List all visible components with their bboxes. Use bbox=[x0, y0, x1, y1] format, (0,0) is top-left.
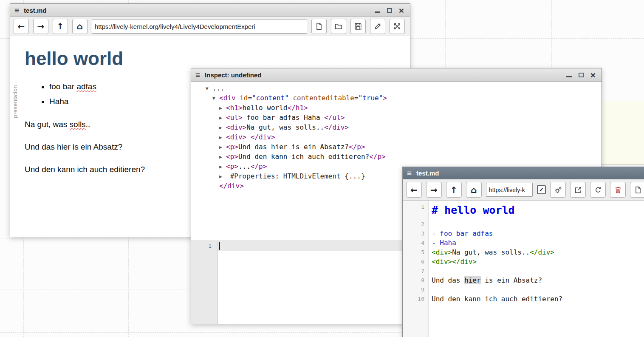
url-input[interactable] bbox=[92, 20, 307, 34]
navigation-toolbar: ← → ↑ ⌂ ✓ bbox=[403, 179, 644, 201]
tree-row[interactable]: ▼<div id="content" contenteditable="true… bbox=[191, 93, 602, 103]
edit-button[interactable] bbox=[370, 19, 385, 34]
text-segment: </div> bbox=[324, 123, 349, 131]
url-input[interactable] bbox=[486, 183, 533, 197]
tree-row[interactable]: ▶<div> </div> bbox=[191, 133, 602, 142]
auto-update-checkbox[interactable]: ✓ bbox=[537, 185, 546, 194]
open-external-button[interactable] bbox=[570, 182, 586, 198]
editor-line[interactable]: 2 bbox=[403, 220, 644, 229]
editor-line[interactable]: 1# hello world bbox=[403, 202, 644, 220]
maximize-icon[interactable] bbox=[579, 73, 584, 77]
document-icon bbox=[634, 186, 642, 194]
titlebar[interactable]: ≡ Inspect: undefined × bbox=[191, 68, 602, 82]
editor-line[interactable]: 8Und das hier is ein Absatz? bbox=[403, 276, 644, 285]
line-number: 2 bbox=[403, 220, 428, 229]
text-cursor bbox=[219, 242, 220, 250]
pencil-icon bbox=[374, 23, 381, 30]
tree-row[interactable]: ▶<div>Na gut, was solls..</div> bbox=[191, 123, 602, 133]
text-segment: - foo bar adfas bbox=[432, 229, 493, 238]
tree-expanded-icon[interactable]: ▼ bbox=[206, 84, 212, 93]
text-segment: Haha bbox=[49, 97, 68, 106]
settings-button[interactable] bbox=[550, 182, 566, 198]
line-number: 4 bbox=[403, 238, 428, 248]
tree-row[interactable]: ▼... bbox=[191, 84, 602, 93]
text-segment: = bbox=[248, 94, 252, 102]
tree-row[interactable]: ▶<h1>hello world</h1> bbox=[191, 103, 602, 113]
trash-icon bbox=[614, 186, 622, 194]
text-segment: "true" bbox=[359, 94, 383, 102]
line-number: 10 bbox=[403, 295, 428, 304]
presentation-label: presentation bbox=[12, 85, 18, 118]
document-icon bbox=[315, 23, 323, 30]
close-icon[interactable]: × bbox=[590, 71, 596, 79]
new-file-button[interactable] bbox=[630, 182, 644, 198]
expand-icon bbox=[393, 23, 401, 30]
tree-row[interactable]: ▶<ul> foo bar adfas Haha </ul> bbox=[191, 113, 602, 123]
expand-button[interactable] bbox=[390, 19, 405, 34]
editor-line[interactable]: 6<div></div> bbox=[403, 257, 644, 266]
text-segment: <div> bbox=[226, 133, 246, 141]
save-button[interactable] bbox=[350, 19, 366, 34]
text-segment: </p> bbox=[369, 153, 386, 161]
back-button[interactable]: ← bbox=[406, 182, 422, 198]
open-folder-button[interactable] bbox=[331, 19, 346, 34]
text-segment: contenteditable bbox=[289, 94, 354, 102]
text-segment: </div> bbox=[251, 133, 275, 141]
delete-button[interactable] bbox=[610, 182, 626, 198]
home-button[interactable]: ⌂ bbox=[466, 182, 482, 198]
editor-line[interactable]: 5<div>Na gut, was solls..</div> bbox=[403, 248, 644, 257]
background-panel-fragment bbox=[601, 101, 644, 164]
forward-button[interactable]: → bbox=[426, 182, 442, 198]
tree-collapsed-icon[interactable]: ▶ bbox=[219, 123, 226, 133]
text-segment: Na gut, was bbox=[25, 120, 70, 129]
up-button[interactable]: ↑ bbox=[446, 182, 462, 198]
forward-button[interactable]: → bbox=[33, 19, 48, 34]
text-segment bbox=[246, 133, 251, 141]
tree-collapsed-icon[interactable]: ▶ bbox=[219, 172, 226, 181]
text-segment: <ul> bbox=[226, 113, 243, 122]
tree-row[interactable]: ▶<p>Und das hier is ein Absatz?</p> bbox=[191, 142, 602, 152]
minimize-icon[interactable] bbox=[566, 76, 572, 77]
back-button[interactable]: ← bbox=[14, 19, 29, 34]
tree-collapsed-icon[interactable]: ▶ bbox=[219, 113, 226, 123]
titlebar[interactable]: ≡ test.md bbox=[403, 167, 644, 179]
text-segment: <div> bbox=[432, 248, 452, 256]
code-line-content: Und den kann ich auch editieren? bbox=[428, 295, 562, 304]
tree-collapsed-icon[interactable]: ▶ bbox=[219, 104, 226, 113]
window-title: test.md bbox=[416, 170, 439, 177]
editor-line[interactable]: 9 bbox=[403, 285, 644, 295]
text-segment: adfas bbox=[76, 82, 96, 91]
tree-collapsed-icon[interactable]: ▶ bbox=[219, 153, 226, 162]
code-editor[interactable]: 1# hello world23- foo bar adfas4- Haha5<… bbox=[403, 201, 644, 337]
titlebar[interactable]: ≡ test.md × bbox=[10, 4, 410, 17]
line-number: 1 bbox=[403, 202, 428, 212]
check-icon: ✓ bbox=[539, 187, 544, 193]
tree-collapsed-icon[interactable]: ▶ bbox=[219, 133, 226, 142]
navigation-toolbar: ← → ↑ ⌂ bbox=[10, 17, 410, 36]
new-file-button[interactable] bbox=[311, 19, 327, 34]
code-line-content: - Haha bbox=[428, 238, 456, 248]
menu-icon[interactable]: ≡ bbox=[195, 71, 200, 79]
text-segment: Na gut, was solls.. bbox=[246, 123, 324, 131]
refresh-button[interactable] bbox=[590, 182, 606, 198]
refresh-icon bbox=[594, 186, 602, 194]
editor-line[interactable]: 4- Haha bbox=[403, 238, 644, 248]
text-segment: id bbox=[236, 94, 248, 102]
tree-expanded-icon[interactable]: ▼ bbox=[212, 94, 219, 103]
minimize-icon[interactable] bbox=[375, 11, 380, 13]
editor-line[interactable]: 10Und den kann ich auch editieren? bbox=[403, 295, 644, 304]
maximize-icon[interactable] bbox=[387, 8, 392, 13]
menu-icon[interactable]: ≡ bbox=[407, 169, 412, 177]
editor-gutter bbox=[191, 241, 218, 324]
home-button[interactable]: ⌂ bbox=[72, 19, 88, 34]
markdown-heading[interactable]: hello world bbox=[25, 48, 410, 69]
folder-icon bbox=[335, 23, 342, 30]
tree-row[interactable]: ▶<p>Und den kann ich auch editieren?</p> bbox=[191, 152, 602, 162]
close-icon[interactable]: × bbox=[399, 6, 404, 15]
menu-icon[interactable]: ≡ bbox=[14, 6, 19, 14]
tree-collapsed-icon[interactable]: ▶ bbox=[219, 162, 226, 172]
editor-line[interactable]: 7 bbox=[403, 266, 644, 276]
editor-line[interactable]: 3- foo bar adfas bbox=[403, 229, 644, 238]
tree-collapsed-icon[interactable]: ▶ bbox=[219, 143, 226, 152]
up-button[interactable]: ↑ bbox=[53, 19, 68, 34]
